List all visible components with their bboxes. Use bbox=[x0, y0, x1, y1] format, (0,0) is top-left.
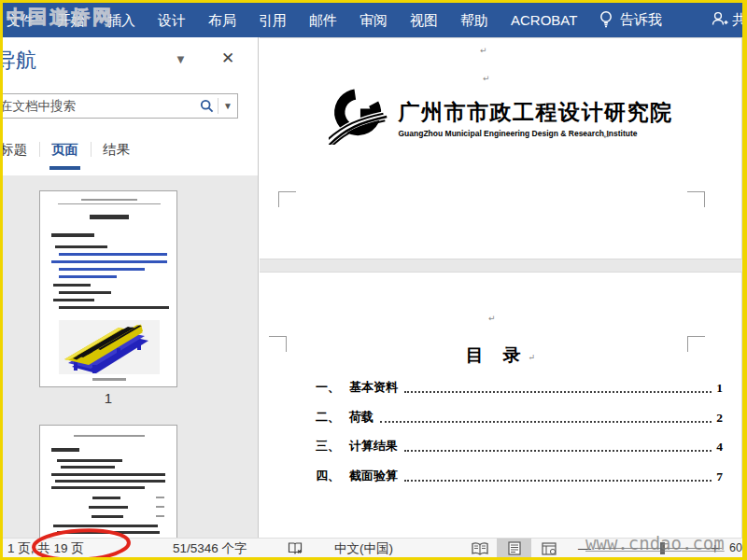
search-icon[interactable] bbox=[195, 99, 218, 113]
toc-entry-title: 截面验算 bbox=[349, 468, 398, 484]
toc-entry-3[interactable]: 四、截面验算7 bbox=[316, 466, 723, 484]
ribbon-tab-5[interactable]: 引用 bbox=[247, 3, 298, 37]
zoom-slider-handle[interactable] bbox=[660, 542, 665, 554]
lightbulb-icon bbox=[599, 10, 613, 31]
toc-entry-label: 三、 bbox=[316, 438, 340, 455]
toc-entry-0[interactable]: 一、基本资料1 bbox=[316, 377, 723, 396]
language-status[interactable]: 中文(中国) bbox=[334, 540, 393, 557]
paragraph-mark: ↵ bbox=[488, 314, 496, 323]
toc-dotted-leader bbox=[380, 412, 712, 423]
ribbon-tab-9[interactable]: 帮助 bbox=[449, 3, 500, 37]
navigation-pane: 导航 ▼ ✕ ▼ 标题页面结果 bbox=[3, 37, 259, 538]
paragraph-mark: ↵ bbox=[603, 132, 611, 141]
app-window: 文件开始插入设计布局引用邮件审阅视图帮助ACROBAT 告诉我 共享 中国道桥网 bbox=[0, 0, 747, 560]
toc-entry-2[interactable]: 三、计算结果4 bbox=[316, 436, 723, 455]
ribbon-tab-7[interactable]: 审阅 bbox=[348, 3, 399, 37]
margin-corner-mark bbox=[687, 191, 705, 207]
toc-entry-title: 计算结果 bbox=[349, 438, 398, 455]
ribbon-tab-4[interactable]: 布局 bbox=[197, 3, 247, 37]
view-buttons bbox=[462, 539, 566, 557]
toc-dotted-leader bbox=[404, 470, 712, 482]
ribbon-tab-6[interactable]: 邮件 bbox=[298, 3, 348, 37]
zoom-in-button[interactable]: ＋ bbox=[708, 539, 722, 557]
company-logo: 广州市市政工程设计研究院 GuangZhou Municipal Enginee… bbox=[260, 87, 741, 148]
status-bar: 1 页, 共 19 页 51/5346 个字 中文(中国) — ＋ bbox=[3, 538, 742, 557]
toc-list: 一、基本资料1二、荷载2三、计算结果4四、截面验算7 bbox=[316, 377, 723, 495]
page-thumbnail-1[interactable] bbox=[39, 190, 177, 387]
toc-entry-page-number: 2 bbox=[716, 411, 723, 426]
tell-me-group[interactable]: 告诉我 bbox=[599, 3, 662, 37]
page-thumbnail-2[interactable] bbox=[39, 425, 177, 538]
nav-tab-1[interactable]: 页面 bbox=[39, 133, 91, 170]
paragraph-mark: ↵ bbox=[480, 46, 487, 55]
document-page-2[interactable]: ↵ 目 录↵ 一、基本资料1二、荷载2三、计算结果4四、截面验算7 bbox=[260, 272, 742, 552]
company-logo-icon bbox=[329, 87, 390, 148]
search-options-arrow-icon[interactable]: ▼ bbox=[218, 101, 237, 111]
zoom-percentage[interactable]: 60 bbox=[729, 541, 742, 554]
thumbnail-bridge-model-image bbox=[59, 320, 160, 374]
navigation-pane-close-icon[interactable]: ✕ bbox=[221, 49, 234, 68]
word-window: 文件开始插入设计布局引用邮件审阅视图帮助ACROBAT 告诉我 共享 中国道桥网 bbox=[3, 3, 742, 557]
ribbon-tab-0[interactable]: 文件 bbox=[3, 3, 46, 37]
company-name-en: GuangZhou Municipal Engineering Design &… bbox=[399, 129, 673, 138]
toc-entry-page-number: 4 bbox=[716, 440, 723, 455]
page-thumbnails-panel: 1 bbox=[3, 175, 259, 538]
ribbon-tab-3[interactable]: 设计 bbox=[147, 3, 197, 37]
document-canvas[interactable]: ↵ ↵ bbox=[260, 37, 742, 538]
toc-entry-1[interactable]: 二、荷载2 bbox=[316, 407, 723, 426]
nav-tab-0[interactable]: 标题 bbox=[3, 133, 39, 170]
company-name-cn: 广州市市政工程设计研究院 bbox=[399, 98, 673, 127]
tell-me-label[interactable]: 告诉我 bbox=[620, 11, 662, 29]
toc-entry-title: 荷载 bbox=[349, 409, 374, 426]
main-area: 导航 ▼ ✕ ▼ 标题页面结果 bbox=[3, 37, 742, 538]
toc-entry-label: 一、 bbox=[316, 379, 340, 396]
ribbon-tabs: 文件开始插入设计布局引用邮件审阅视图帮助ACROBAT bbox=[3, 3, 588, 37]
ribbon-tab-10[interactable]: ACROBAT bbox=[500, 3, 588, 37]
ribbon-tab-8[interactable]: 视图 bbox=[399, 3, 449, 37]
page-thumbnail-1-number: 1 bbox=[39, 390, 177, 406]
navigation-pane-title: 导航 bbox=[3, 47, 36, 75]
toc-dotted-leader bbox=[404, 382, 712, 393]
toc-entry-label: 四、 bbox=[316, 468, 340, 484]
search-input[interactable] bbox=[3, 94, 195, 118]
word-count-status[interactable]: 51/5346 个字 bbox=[173, 540, 247, 557]
paragraph-mark: ↵ bbox=[483, 74, 490, 83]
proofing-errors-icon[interactable] bbox=[288, 541, 303, 557]
ribbon-tab-1[interactable]: 开始 bbox=[46, 3, 96, 37]
document-page-1[interactable]: ↵ ↵ bbox=[260, 37, 742, 259]
ribbon-tab-2[interactable]: 插入 bbox=[96, 3, 147, 37]
toc-dotted-leader bbox=[404, 441, 712, 452]
navigation-tabs: 标题页面结果 bbox=[3, 133, 142, 170]
nav-tab-2[interactable]: 结果 bbox=[91, 133, 142, 170]
margin-corner-mark bbox=[278, 191, 296, 207]
zoom-out-button[interactable]: — bbox=[578, 540, 591, 555]
zoom-slider-track[interactable] bbox=[595, 548, 722, 549]
ribbon-tab-bar: 文件开始插入设计布局引用邮件审阅视图帮助ACROBAT 告诉我 共享 bbox=[3, 3, 742, 37]
page-count-status[interactable]: 1 页, 共 19 页 bbox=[7, 540, 84, 557]
share-person-icon bbox=[711, 10, 728, 30]
toc-entry-page-number: 1 bbox=[716, 381, 723, 396]
toc-entry-label: 二、 bbox=[316, 409, 340, 426]
print-layout-button[interactable] bbox=[497, 539, 531, 557]
share-label[interactable]: 共享 bbox=[732, 11, 742, 29]
toc-title: 目 录↵ bbox=[260, 343, 741, 368]
share-button[interactable]: 共享 bbox=[711, 3, 742, 37]
toc-entry-title: 基本资料 bbox=[349, 379, 398, 396]
toc-entry-page-number: 7 bbox=[716, 469, 723, 484]
read-mode-button[interactable] bbox=[462, 539, 497, 557]
web-layout-button[interactable] bbox=[531, 539, 566, 557]
document-search-box[interactable]: ▼ bbox=[3, 93, 238, 119]
navigation-pane-menu-arrow-icon[interactable]: ▼ bbox=[175, 52, 187, 66]
